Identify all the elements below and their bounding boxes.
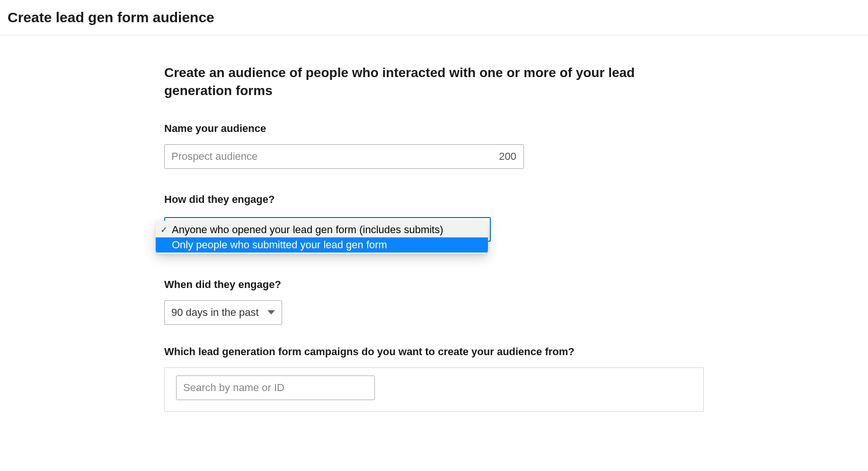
campaign-section: Which lead generation form campaigns do … — [164, 346, 704, 412]
check-icon: ✓ — [160, 225, 172, 235]
engage-label: How did they engage? — [164, 193, 704, 206]
name-audience-section: Name your audience 200 — [164, 122, 704, 169]
campaign-label: Which lead generation form campaigns do … — [164, 346, 704, 358]
engage-section: How did they engage? ✓ Anyone who opened… — [164, 193, 704, 258]
name-audience-label: Name your audience — [164, 122, 704, 135]
engage-option-submitted[interactable]: ✓ Only people who submitted your lead ge… — [156, 237, 488, 253]
page-title: Create lead gen form audience — [8, 9, 860, 26]
engage-option-label: Anyone who opened your lead gen form (in… — [172, 224, 443, 236]
engage-dropdown-popup: ✓ Anyone who opened your lead gen form (… — [156, 221, 488, 254]
section-heading: Create an audience of people who interac… — [164, 64, 704, 100]
caret-down-icon — [267, 310, 275, 314]
campaign-search-input[interactable] — [176, 375, 375, 400]
name-audience-input-wrapper: 200 — [164, 144, 524, 169]
when-label: When did they engage? — [164, 279, 704, 291]
when-section: When did they engage? 90 days in the pas… — [164, 279, 704, 325]
page-header: Create lead gen form audience — [0, 0, 868, 35]
name-audience-input[interactable] — [164, 144, 524, 169]
engage-option-opened[interactable]: ✓ Anyone who opened your lead gen form (… — [156, 222, 488, 237]
engage-option-label: Only people who submitted your lead gen … — [172, 239, 387, 251]
when-select[interactable]: 90 days in the past — [164, 300, 282, 325]
when-select-value: 90 days in the past — [171, 306, 259, 319]
char-count: 200 — [499, 150, 516, 163]
campaign-box — [164, 367, 704, 412]
main-content: Create an audience of people who interac… — [164, 35, 704, 412]
